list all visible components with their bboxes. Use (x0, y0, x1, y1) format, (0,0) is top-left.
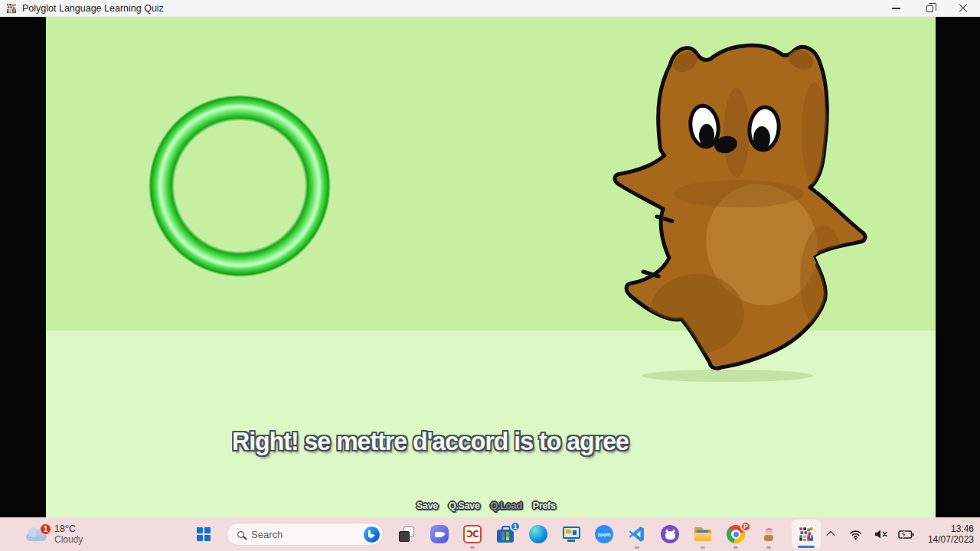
volume-muted-icon (874, 529, 888, 540)
chevron-up-icon (826, 531, 835, 540)
running-indicator (470, 546, 475, 549)
zoom-icon: zoom (595, 525, 613, 543)
vscode-button[interactable] (627, 524, 647, 544)
running-indicator (733, 546, 738, 549)
taskbar-center: ƆC 1 zoom (194, 517, 821, 551)
running-indicator (701, 546, 705, 549)
search-input[interactable] (251, 529, 364, 540)
character-app-icon (764, 528, 773, 541)
desktop-screen: Polyglot Language Learning Quiz (0, 0, 980, 551)
weather-condition: Cloudy (54, 534, 83, 545)
prefs-button[interactable]: Prefs (533, 500, 556, 511)
bing-icon[interactable] (364, 527, 380, 543)
green-ring (148, 94, 332, 278)
window-title: Polyglot Language Learning Quiz (22, 3, 164, 14)
clock-time: 13:46 (951, 523, 974, 535)
search-icon (237, 531, 244, 538)
edge-icon (529, 525, 547, 543)
system-monitor-icon (563, 527, 580, 539)
folder-icon (694, 527, 712, 542)
running-indicator (635, 546, 639, 549)
app-icon (6, 3, 17, 14)
dc-app-icon: ƆC (463, 525, 482, 543)
chrome-profile-badge: P (740, 521, 751, 532)
network-button[interactable] (848, 524, 864, 544)
taskbar-clock[interactable]: 13:46 14/07/2023 (928, 523, 974, 546)
weather-temperature: 18°C (54, 523, 83, 534)
polyglot-taskbar-button[interactable] (792, 520, 821, 549)
chrome-button[interactable]: P (726, 524, 746, 544)
quiz-feedback-text: Right! se mettre d'accord is to agree (232, 427, 629, 456)
chat-icon (430, 525, 449, 543)
character-app-button[interactable] (759, 524, 779, 544)
store-icon (497, 530, 514, 543)
edge-button[interactable] (528, 524, 548, 544)
letterbox-left (0, 17, 46, 517)
microsoft-store-button[interactable]: 1 (495, 524, 515, 544)
dc-app-button[interactable]: ƆC (462, 524, 482, 544)
minimize-icon (892, 8, 900, 9)
battery-button[interactable] (898, 524, 915, 544)
game-viewport: Right! se mettre d'accord is to agree Sa… (46, 17, 936, 517)
weather-widget[interactable]: 1 18°C Cloudy (6, 517, 83, 551)
game-menu: Save Q.Save Q.Load Prefs (416, 500, 556, 511)
notification-badge: 1 (40, 523, 51, 535)
battery-charging-icon (898, 530, 914, 540)
bear-character (605, 19, 873, 383)
window-controls (879, 0, 980, 17)
github-desktop-button[interactable] (660, 524, 680, 544)
cloud-icon: 1 (26, 533, 47, 541)
vscode-icon (628, 525, 646, 543)
clock-date: 14/07/2023 (928, 534, 974, 546)
active-app-indicator (798, 546, 815, 548)
maximize-icon (926, 5, 933, 12)
wifi-icon (849, 529, 862, 540)
zoom-button[interactable]: zoom (594, 524, 614, 544)
windows-logo-icon (197, 527, 211, 541)
github-icon (661, 525, 679, 543)
video-camera-icon (435, 532, 443, 537)
save-button[interactable]: Save (416, 500, 438, 511)
tray-overflow-button[interactable] (822, 524, 839, 544)
quick-save-button[interactable]: Q.Save (449, 500, 480, 511)
system-properties-button[interactable] (561, 524, 581, 544)
taskbar: 1 18°C Cloudy (0, 517, 980, 551)
system-tray: 13:46 14/07/2023 (822, 517, 974, 551)
weather-text: 18°C Cloudy (54, 523, 83, 545)
minimize-button[interactable] (879, 0, 913, 17)
letterbox-right (936, 17, 980, 517)
store-badge: 1 (510, 521, 521, 532)
bear-shadow (642, 370, 813, 382)
polyglot-app-icon (799, 527, 814, 542)
running-indicator (766, 546, 771, 549)
taskbar-search[interactable] (227, 523, 384, 546)
quick-load-button[interactable]: Q.Load (491, 500, 522, 511)
chat-button[interactable] (430, 524, 449, 544)
maximize-button[interactable] (913, 0, 946, 17)
task-view-button[interactable] (397, 524, 416, 544)
start-button[interactable] (194, 524, 214, 544)
volume-button[interactable] (873, 524, 890, 544)
window-titlebar: Polyglot Language Learning Quiz (0, 0, 980, 17)
close-icon (959, 4, 968, 13)
file-explorer-button[interactable] (693, 524, 713, 544)
close-button[interactable] (946, 0, 980, 17)
game-window: Right! se mettre d'accord is to agree Sa… (0, 17, 980, 517)
